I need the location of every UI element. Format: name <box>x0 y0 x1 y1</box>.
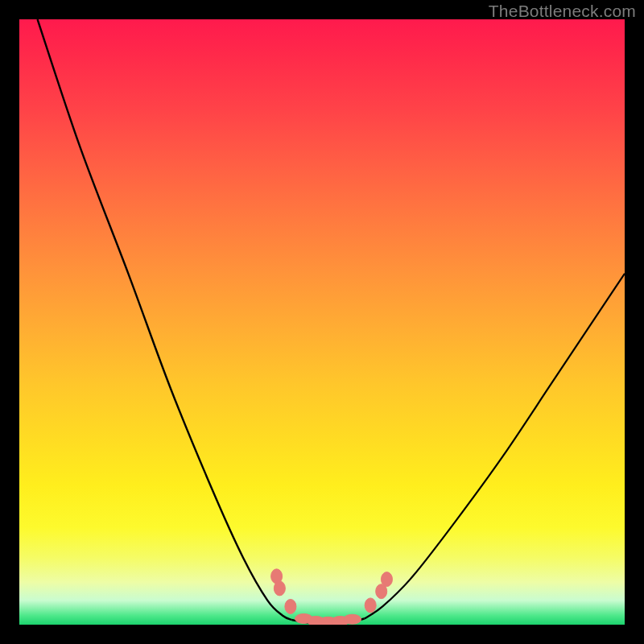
marker-point <box>381 572 392 587</box>
curve-group <box>38 19 625 623</box>
left-curve-path <box>38 19 292 620</box>
marker-point <box>365 598 376 613</box>
marker-point <box>274 581 285 596</box>
chart-svg <box>19 19 625 625</box>
watermark-text: TheBottleneck.com <box>489 2 636 21</box>
marker-point <box>344 614 361 624</box>
plot-area <box>19 19 625 625</box>
marker-group <box>271 569 393 625</box>
marker-point <box>285 599 296 613</box>
right-curve-path <box>365 274 625 619</box>
chart-frame: TheBottleneck.com <box>0 0 644 644</box>
